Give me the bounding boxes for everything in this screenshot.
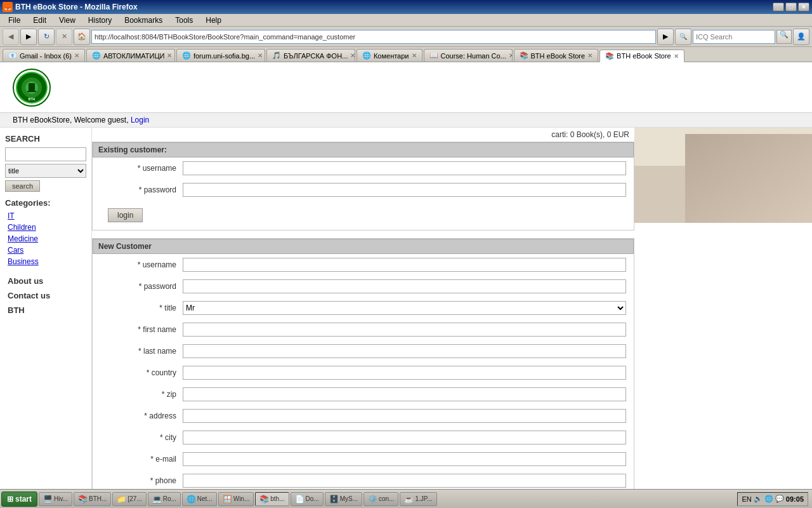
profile-button[interactable]: 👤	[793, 29, 809, 45]
category-medicine[interactable]: Medicine	[5, 233, 86, 244]
address-input[interactable]	[183, 409, 626, 423]
new-customer-section: New Customer * username * password * tit…	[92, 238, 634, 489]
back-button[interactable]: ◀	[3, 29, 19, 45]
tab-close-gmail[interactable]: ✕	[74, 52, 79, 59]
tab-close-bth2[interactable]: ✕	[674, 53, 679, 60]
tab-course[interactable]: 📖 Course: Human Co... ✕	[424, 49, 513, 62]
window-controls[interactable]: _ □ ✕	[773, 3, 809, 11]
new-password-input[interactable]	[183, 279, 626, 293]
existing-customer-section: Existing customer: * username * password…	[92, 142, 634, 231]
password-row: * password	[93, 179, 634, 201]
phone-row: * phone	[93, 470, 634, 489]
menu-help[interactable]: Help	[200, 14, 227, 27]
menu-view[interactable]: View	[53, 14, 81, 27]
reload-button[interactable]: ↻	[38, 29, 55, 45]
last-name-input[interactable]	[183, 344, 626, 358]
tab-label: БЪЛГАРСКА ФОН...	[284, 52, 348, 60]
navbar-search-button[interactable]: 🔍	[776, 30, 792, 44]
forward-button[interactable]: ▶	[20, 29, 37, 45]
email-row: * e-mail	[93, 448, 634, 470]
breadcrumb-text: BTH eBookStore, Welcome guest,	[13, 116, 129, 124]
content-wrapper: BTH BTH eBookStore, Welcome guest, Login…	[0, 62, 812, 489]
category-children[interactable]: Children	[5, 222, 86, 233]
search-category-select[interactable]: title author	[5, 164, 86, 178]
site-logo: BTH	[13, 69, 51, 107]
tab-close-bth1[interactable]: ✕	[587, 52, 593, 59]
tab-label: Course: Human Co...	[441, 52, 506, 60]
tab-gmail[interactable]: 📧 Gmail - Inbox (6) ✕	[3, 49, 85, 62]
banner-image	[634, 128, 812, 223]
minimize-button[interactable]: _	[773, 3, 784, 11]
menubar: File Edit View History Bookmarks Tools H…	[0, 14, 812, 27]
existing-password-input[interactable]	[183, 183, 626, 197]
contact-us-link[interactable]: Contact us	[5, 287, 86, 302]
tab-label: BTH eBook Store	[617, 52, 671, 60]
city-input[interactable]	[183, 431, 626, 444]
zip-row: * zip	[93, 384, 634, 405]
menu-file[interactable]: File	[3, 14, 26, 27]
forms-area: carti: 0 Book(s), 0 EUR Existing custome…	[92, 128, 634, 489]
search-provider-icon[interactable]: 🔍	[675, 29, 691, 45]
first-name-label: * first name	[100, 325, 176, 334]
go-button[interactable]: ▶	[657, 29, 674, 45]
stop-button[interactable]: ✕	[56, 29, 72, 45]
navbar-search-input[interactable]	[693, 30, 775, 44]
tab-label: АВТОКЛИМАТИЦИ	[103, 52, 165, 60]
tab-komentari[interactable]: 🌐 Коментари ✕	[357, 49, 422, 62]
categories-title: Categories:	[5, 198, 86, 208]
menu-history[interactable]: History	[82, 14, 117, 27]
menu-edit[interactable]: Edit	[27, 14, 52, 27]
banner-area	[634, 128, 812, 223]
home-button[interactable]: 🏠	[74, 29, 90, 45]
tab-balgarska[interactable]: 🎵 БЪЛГАРСКА ФОН... ✕	[266, 49, 355, 62]
search-container: 🔍 🔍 👤	[675, 29, 809, 45]
new-username-input[interactable]	[183, 258, 626, 272]
tab-icon: 🌐	[182, 51, 191, 60]
zip-input[interactable]	[183, 387, 626, 401]
email-input[interactable]	[183, 452, 626, 466]
search-title: SEARCH	[5, 134, 86, 144]
existing-username-input[interactable]	[183, 161, 626, 175]
svg-rect-18	[731, 199, 771, 217]
bth-link[interactable]: BTH	[5, 302, 86, 316]
svg-rect-15	[726, 194, 777, 223]
search-button[interactable]: search	[5, 180, 40, 192]
login-link[interactable]: Login	[131, 116, 149, 124]
address-label: * address	[100, 411, 176, 420]
menu-bookmarks[interactable]: Bookmarks	[119, 14, 168, 27]
close-button[interactable]: ✕	[798, 3, 809, 11]
about-us-link[interactable]: About us	[5, 272, 86, 287]
category-business[interactable]: Business	[5, 256, 86, 267]
tab-bth2[interactable]: 📚 BTH eBook Store ✕	[599, 50, 684, 62]
maximize-button[interactable]: □	[785, 3, 797, 11]
tab-close-balgarska[interactable]: ✕	[350, 52, 355, 59]
sidebar: SEARCH title author search Categories: I…	[0, 128, 92, 489]
last-name-row: * last name	[93, 340, 634, 362]
tab-icon: 🎵	[272, 51, 281, 60]
country-label: * country	[100, 368, 176, 377]
first-name-input[interactable]	[183, 323, 626, 337]
tab-label: Gmail - Inbox (6)	[20, 52, 72, 60]
first-name-row: * first name	[93, 319, 634, 340]
tab-forum[interactable]: 🌐 forum.uni-sofia.bg... ✕	[176, 49, 265, 62]
login-button[interactable]: login	[108, 208, 143, 222]
category-cars[interactable]: Cars	[5, 244, 86, 256]
tab-avtoklim[interactable]: 🌐 АВТОКЛИМАТИЦИ ✕	[86, 49, 175, 62]
phone-input[interactable]	[183, 474, 626, 488]
country-input[interactable]	[183, 366, 626, 380]
tab-close-komentari[interactable]: ✕	[412, 52, 417, 59]
address-bar[interactable]: http://localhost:8084/BTHBookStore/BookS…	[91, 30, 656, 44]
breadcrumb: BTH eBookStore, Welcome guest, Login	[0, 113, 812, 128]
category-it[interactable]: IT	[5, 210, 86, 222]
existing-customer-header: Existing customer:	[93, 142, 634, 157]
title-select[interactable]: Mr Mrs Ms Dr	[183, 301, 626, 315]
phone-label: * phone	[100, 476, 176, 485]
address-row: * address	[93, 405, 634, 427]
menu-tools[interactable]: Tools	[169, 14, 199, 27]
tab-close-forum[interactable]: ✕	[258, 52, 263, 59]
svg-rect-17	[723, 222, 780, 223]
tab-close-course[interactable]: ✕	[509, 52, 513, 59]
tab-bth1[interactable]: 📚 BTH eBook Store ✕	[514, 49, 599, 62]
search-input[interactable]	[5, 147, 86, 161]
tab-close-avtoklim[interactable]: ✕	[167, 52, 172, 59]
